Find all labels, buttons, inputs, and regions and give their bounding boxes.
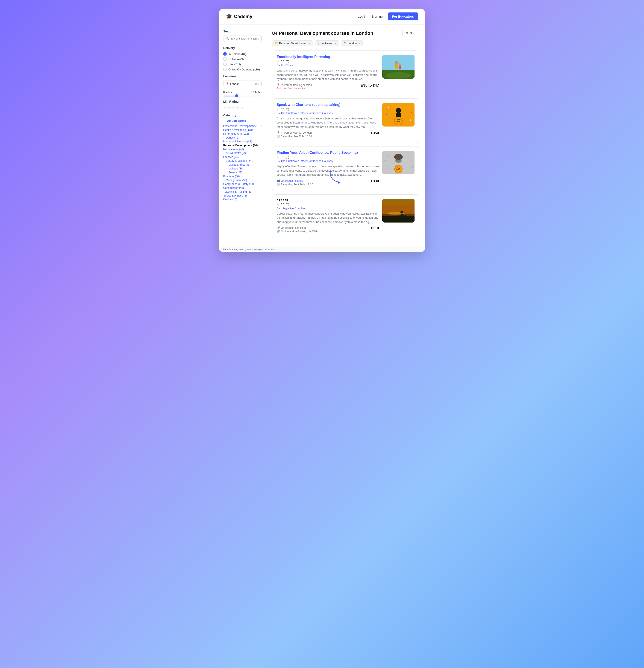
status-bar: https://cademy.co.uk/yusra-training/eqp-…	[219, 246, 425, 252]
course-meta-line2-3: 🕐 3 months, Sept 26th, 19:30	[277, 183, 313, 186]
cat-makeup-artist[interactable]: Makeup Artist (38)	[223, 163, 262, 167]
rating-reviews-2: (6)	[286, 108, 289, 111]
course-provider-link-2[interactable]: The Sunflower Effect Confidence Courses	[281, 111, 333, 115]
filter-tag-ip-remove[interactable]: ✕	[334, 42, 336, 45]
sort-icon: ⇅	[406, 32, 409, 35]
min-rating-stars[interactable]: ☆ ☆ ☆ ☆ ☆	[223, 105, 262, 110]
course-meta-left-4: 🔗 On-request coaching 🔗 Online and In-Pe…	[277, 226, 318, 233]
star-3[interactable]: ☆	[232, 105, 235, 110]
cat-health-wellbeing[interactable]: Health & Wellbeing (131)	[223, 128, 262, 132]
course-meta-line2-1: Sold out! Join the waitlist	[277, 87, 313, 90]
radius-slider-track[interactable]	[223, 95, 262, 96]
signup-button[interactable]: Sign up	[372, 15, 382, 18]
svg-point-9	[396, 108, 401, 113]
course-provider-link-1[interactable]: Abu Yusra	[281, 64, 294, 67]
course-meta-2: 📍 In-Person course, London 🕐 3 months, J…	[277, 131, 379, 138]
course-image-3: FindVoice	[382, 151, 414, 174]
cat-dance[interactable]: Dance (72)	[223, 136, 262, 140]
sort-button[interactable]: ⇅ Sort	[402, 30, 419, 37]
delivery-live[interactable]: Live (243)	[223, 62, 262, 66]
category-section-title: Category	[223, 113, 262, 117]
course-info-2: Speak with Charisma (public speaking) ★ …	[277, 103, 379, 138]
svg-point-16	[411, 112, 412, 113]
star-1[interactable]: ☆	[223, 105, 227, 110]
course-image-1	[382, 55, 414, 79]
rating-reviews-3: (6)	[286, 155, 289, 159]
category-list: Professional Development (137) Health & …	[223, 124, 262, 201]
filter-tag-pd-label: Personal Development	[279, 42, 308, 45]
svg-point-3	[386, 72, 411, 79]
star-5[interactable]: ☆	[240, 105, 244, 110]
cat-construction[interactable]: Construction (48)	[223, 186, 262, 190]
filter-tag-personal-development[interactable]: 📁 Personal Development ✕	[272, 40, 313, 46]
cat-sports-fitness[interactable]: Sports & Fitness (36)	[223, 194, 262, 198]
filter-tag-in-person[interactable]: 🏃 In Person ✕	[315, 40, 339, 46]
svg-point-22	[410, 155, 411, 155]
cat-makeup[interactable]: Makeup (36)	[223, 167, 262, 170]
cat-compliance-safety[interactable]: Compliance & Safety (53)	[223, 182, 262, 186]
cat-recreational[interactable]: Recreational (78)	[223, 147, 262, 151]
star-2[interactable]: ☆	[227, 105, 231, 110]
star-gold-3: ★	[277, 155, 279, 159]
cat-beauty-makeup[interactable]: Beauty & Makeup (64)	[223, 159, 262, 163]
header-nav: Log in Sign up For Educators	[358, 13, 418, 20]
min-rating-label: Min Rating	[223, 100, 262, 103]
camera-icon-3: 📹	[277, 179, 280, 182]
login-button[interactable]: Log in	[358, 15, 367, 18]
radio-in-person	[223, 52, 227, 56]
course-provider-link-3[interactable]: The Sunflower Effect Confidence Courses	[281, 160, 333, 163]
course-provider-link-4[interactable]: Integrative Coaching	[281, 207, 306, 210]
rating-value-2: 5.0	[281, 108, 284, 111]
cat-business[interactable]: Business (66)	[223, 174, 262, 178]
delivery-on-demand[interactable]: Online On-Demand (186)	[223, 68, 262, 71]
filter-tag-london-remove[interactable]: ✕	[358, 42, 360, 45]
cat-management[interactable]: Management (39)	[223, 178, 262, 182]
search-input[interactable]	[230, 37, 259, 40]
delivery-live-label: Live (243)	[229, 63, 241, 66]
radius-row: Radius 15 Miles	[223, 91, 262, 94]
course-meta-line2-4: 🔗 Online and In-Person, UK Wide	[277, 230, 318, 233]
cat-lifestyle[interactable]: Lifestyle (74)	[223, 155, 262, 159]
filter-tag-ip-label: In Person	[321, 42, 334, 45]
course-card-2: Speak with Charisma (public speaking) ★ …	[272, 98, 419, 143]
location-clear-icon[interactable]: ✕	[255, 82, 257, 86]
rating-value-4: 5.0	[281, 203, 284, 206]
cat-performing-arts[interactable]: Performing Arts (112)	[223, 132, 262, 136]
cat-teaching-training[interactable]: Teaching & Training (39)	[223, 190, 262, 194]
course-by-4: By Integrative Coaching	[277, 207, 379, 210]
cat-arts-crafts[interactable]: Arts & Crafts (73)	[223, 151, 262, 155]
course-title-3[interactable]: Finding Your Voice (Confidence, Public S…	[277, 151, 379, 155]
course-badge-3: FindVoice	[394, 165, 403, 173]
course-title-1[interactable]: Emotionally Intelligent Parenting	[277, 55, 379, 59]
star-gold-4: ★	[277, 203, 279, 206]
course-title-2[interactable]: Speak with Charisma (public speaking)	[277, 103, 379, 107]
svg-point-24	[412, 166, 413, 168]
cat-personal-development[interactable]: Personal Development (84)	[223, 143, 262, 147]
on-request-link[interactable]: On-request course	[281, 179, 303, 182]
course-meta-left-2: 📍 In-Person course, London 🕐 3 months, J…	[277, 131, 312, 138]
delivery-in-person[interactable]: In-Person (84)	[223, 52, 262, 56]
logo[interactable]: 🎓 Cademy	[226, 14, 252, 19]
all-categories-back[interactable]: ← All Categories	[223, 119, 262, 122]
filter-tag-pd-remove[interactable]: ✕	[309, 42, 311, 45]
star-gold-2: ★	[277, 108, 279, 111]
search-box[interactable]: 🔍	[223, 35, 262, 42]
cat-professional-development[interactable]: Professional Development (137)	[223, 124, 262, 128]
svg-point-4	[395, 61, 398, 64]
rating-value-1: 5.0	[281, 60, 284, 63]
location-select[interactable]: 📍 London ✕ ▾	[223, 80, 262, 87]
svg-point-14	[410, 119, 411, 121]
cat-medicine-nursing[interactable]: Medicine & Nursing (88)	[223, 140, 262, 143]
star-4[interactable]: ☆	[236, 105, 239, 110]
filter-tag-london-icon: 📍	[343, 42, 346, 45]
course-meta-line1-3: 📹 On-request course	[277, 179, 313, 182]
course-meta-line1-1: 📍 In-Person training session,	[277, 84, 313, 87]
course-rating-1: ★ 5.0 (5)	[277, 60, 379, 63]
radius-slider-thumb[interactable]	[235, 94, 238, 97]
filter-tag-london[interactable]: 📍 London ✕	[341, 40, 362, 46]
delivery-online-label: Online (429)	[229, 58, 244, 61]
cat-beauty[interactable]: Beauty (28)	[223, 170, 262, 174]
delivery-online[interactable]: Online (429)	[223, 57, 262, 61]
cat-design[interactable]: Design (26)	[223, 198, 262, 201]
educators-button[interactable]: For Educators	[388, 13, 418, 20]
